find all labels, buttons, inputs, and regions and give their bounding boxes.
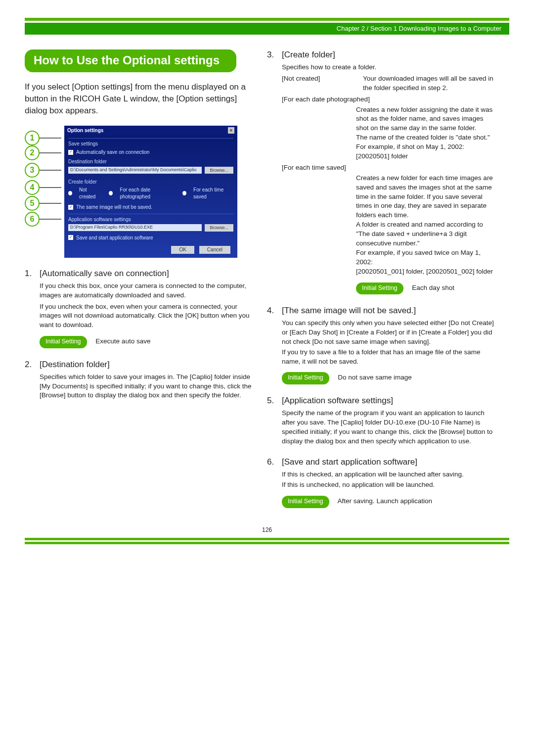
save-start-label: Save and start application software <box>76 235 153 241</box>
callout-line <box>40 187 61 188</box>
columns: How to Use the Optional settings If you … <box>25 49 509 519</box>
def-desc: Your downloaded images will all be saved… <box>363 74 494 93</box>
initial-setting-line: Initial Setting Each day shot <box>282 280 494 295</box>
page-number: 126 <box>25 526 509 534</box>
item-body: If you check this box, once your camera … <box>40 282 252 348</box>
breadcrumb-bar: Chapter 2 / Section 1 Downloading Images… <box>25 23 509 35</box>
left-column: How to Use the Optional settings If you … <box>25 49 252 519</box>
item-body: Specify the name of the program if you w… <box>282 409 494 446</box>
each-time-label: For each time saved <box>193 187 233 200</box>
auto-save-checkbox[interactable]: ✓ <box>68 150 73 155</box>
group-label: Application software settings <box>68 216 233 223</box>
item-5: [Application software settings] Specify … <box>267 395 494 446</box>
intro-text: If you select [Option settings] from the… <box>25 81 252 116</box>
item-body: If this is checked, an application will … <box>282 470 494 508</box>
same-image-checkbox[interactable]: ✓ <box>68 205 73 210</box>
right-column: [Create folder] Specifies how to create … <box>267 49 494 519</box>
def-term: [For each time saved] <box>282 163 494 173</box>
each-date-radio[interactable] <box>109 191 113 195</box>
item-title: [Destination folder] <box>40 359 252 371</box>
callout-4: 4 <box>25 180 40 195</box>
cancel-button[interactable]: Cancel <box>199 246 230 254</box>
initial-setting-value: Do not save same image <box>338 374 411 381</box>
save-start-checkbox[interactable]: ✓ <box>68 235 73 240</box>
section-title: How to Use the Optional settings <box>25 49 236 72</box>
page: Chapter 2 / Section 1 Downloading Images… <box>0 0 534 756</box>
not-created-label: Not created <box>79 187 102 200</box>
initial-setting-pill: Initial Setting <box>40 336 87 348</box>
right-list: [Create folder] Specifies how to create … <box>267 49 494 508</box>
initial-setting-value: Each day shot <box>412 284 454 291</box>
save-settings-group: Save settings ✓ Automatically save on co… <box>68 138 233 211</box>
item-title: [The same image will not be saved.] <box>282 305 494 317</box>
def-term: [Not created] <box>282 74 356 93</box>
initial-setting-pill: Initial Setting <box>282 496 329 508</box>
callout-6: 6 <box>25 212 40 227</box>
item-title: [Save and start application software] <box>282 457 494 468</box>
left-list: [Automatically save on connection] If yo… <box>25 268 252 401</box>
dialog-title-bar: Option settings × <box>64 126 237 136</box>
browse-button[interactable]: Browse... <box>205 224 233 231</box>
initial-setting-line: Initial Setting Do not save same image <box>282 369 494 384</box>
item-title: [Automatically save on connection] <box>40 268 252 280</box>
def-not-created: [Not created] Your downloaded images wil… <box>282 74 494 93</box>
option-settings-figure: 1 2 3 4 5 6 Option settings × Save setti… <box>25 126 252 254</box>
same-image-label: The same image will not be saved. <box>76 204 152 211</box>
lead-text: Specifies how to create a folder. <box>282 63 494 72</box>
each-time-radio[interactable] <box>182 191 186 195</box>
initial-setting-line: Initial Setting Execute auto save <box>40 333 252 348</box>
initial-setting-value: After saving. Launch application <box>338 497 432 505</box>
item-title: [Create folder] <box>282 49 494 61</box>
initial-setting-value: Execute auto save <box>95 337 150 345</box>
item-body: You can specify this only when you have … <box>282 319 494 384</box>
browse-button[interactable]: Browse... <box>205 167 233 174</box>
ok-button[interactable]: OK <box>171 246 194 254</box>
dialog-buttons: OK Cancel <box>64 243 237 254</box>
paragraph: You can specify this only when you have … <box>282 319 494 347</box>
item-body: Specifies how to create a folder. [Not c… <box>282 63 494 294</box>
callout-1: 1 <box>25 131 40 145</box>
callout-line <box>40 203 61 204</box>
dialog-title: Option settings <box>67 127 103 134</box>
footer-rule <box>25 538 509 540</box>
dest-folder-label: Destination folder <box>68 158 233 165</box>
app-path-field[interactable]: D:\Program Files\Caplio RR30\DU10.EXE <box>68 224 202 231</box>
callouts: 1 2 3 4 5 6 <box>25 131 61 227</box>
item-3: [Create folder] Specifies how to create … <box>267 49 494 294</box>
item-2: [Destination folder] Specifies which fol… <box>25 359 252 401</box>
paragraph: If you try to save a file to a folder th… <box>282 348 494 367</box>
item-1: [Automatically save on connection] If yo… <box>25 268 252 348</box>
paragraph: If this is checked, an application will … <box>282 470 494 479</box>
item-body: Specifies which folder to save your imag… <box>40 373 252 401</box>
paragraph: If this is unchecked, no application wil… <box>282 480 494 490</box>
close-icon[interactable]: × <box>228 127 234 134</box>
item-title: [Application software settings] <box>282 395 494 407</box>
footer-rule <box>25 542 509 544</box>
not-created-radio[interactable] <box>68 191 72 195</box>
callout-5: 5 <box>25 196 40 211</box>
callout-line <box>40 219 61 220</box>
def-term: [For each date photographed] <box>282 95 494 104</box>
create-folder-label: Create folder <box>68 179 233 186</box>
breadcrumb: Chapter 2 / Section 1 Downloading Images… <box>337 24 501 33</box>
def-desc: Creates a new folder assigning the date … <box>282 105 494 161</box>
paragraph: If you check this box, once your camera … <box>40 282 252 300</box>
dest-folder-field[interactable]: D:\Documents and Settings\Administrator\… <box>68 167 202 174</box>
callout-line <box>40 152 61 153</box>
def-each-time: [For each time saved] Creates a new fold… <box>282 163 494 277</box>
group-label: Save settings <box>68 141 233 147</box>
callout-line <box>40 170 61 171</box>
each-date-label: For each date photographed <box>120 187 176 200</box>
initial-setting-pill: Initial Setting <box>356 283 403 295</box>
callout-3: 3 <box>25 163 40 178</box>
item-6: [Save and start application software] If… <box>267 457 494 508</box>
auto-save-label: Automatically save on connection <box>76 149 149 156</box>
paragraph: If you uncheck the box, even when your c… <box>40 302 252 331</box>
def-desc: Creates a new folder for each time image… <box>282 174 494 277</box>
initial-setting-pill: Initial Setting <box>282 372 329 384</box>
def-each-date: [For each date photographed] Creates a n… <box>282 95 494 161</box>
item-4: [The same image will not be saved.] You … <box>267 305 494 384</box>
option-settings-dialog: Option settings × Save settings ✓ Automa… <box>64 126 237 258</box>
footer-rules <box>25 538 509 544</box>
callout-line <box>40 138 61 139</box>
